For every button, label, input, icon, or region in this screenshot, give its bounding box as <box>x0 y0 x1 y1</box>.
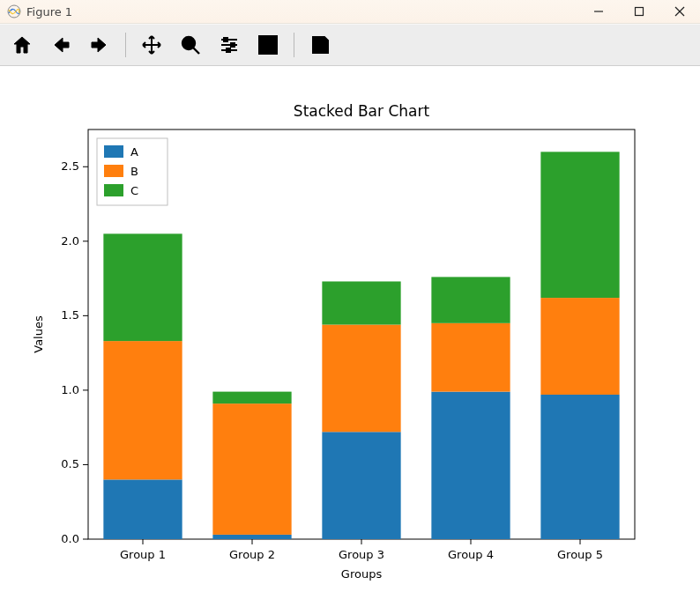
edit-button[interactable] <box>255 32 281 58</box>
save-button[interactable] <box>307 32 333 58</box>
bar-segment <box>212 392 291 404</box>
bar-segment <box>212 403 291 535</box>
move-icon <box>141 34 162 56</box>
configure-subplots-button[interactable] <box>216 32 242 58</box>
legend-swatch <box>104 145 123 158</box>
bar-segment <box>431 392 510 539</box>
home-button[interactable] <box>9 32 35 58</box>
bar-segment <box>103 233 182 341</box>
svg-rect-14 <box>316 37 323 42</box>
bar-segment <box>212 535 291 539</box>
home-icon <box>11 34 33 56</box>
save-icon <box>309 34 331 56</box>
bar-segment <box>431 277 510 322</box>
legend-label: B <box>130 165 138 178</box>
bar-segment <box>540 298 619 395</box>
bar-segment <box>322 281 400 324</box>
bar-segment <box>322 432 400 539</box>
legend-swatch <box>104 165 123 177</box>
svg-rect-11 <box>231 43 235 47</box>
bar-segment <box>540 152 619 298</box>
bar-segment <box>431 323 510 392</box>
y-tick-label: 2.0 <box>61 234 79 248</box>
x-tick-label: Group 1 <box>120 548 166 561</box>
window-title: Figure 1 <box>26 5 72 18</box>
zoom-button[interactable] <box>177 32 204 58</box>
chart-line-icon <box>257 34 279 56</box>
plot-area[interactable]: Stacked Bar Chart0.00.51.01.52.02.5Value… <box>0 63 700 592</box>
legend-swatch <box>104 184 123 196</box>
svg-rect-2 <box>636 8 644 16</box>
y-axis-label: Values <box>32 315 45 353</box>
svg-rect-15 <box>316 46 324 53</box>
x-tick-label: Group 3 <box>339 548 384 561</box>
arrow-right-icon <box>89 34 110 56</box>
maximize-button[interactable] <box>619 0 659 23</box>
y-tick-label: 0.0 <box>61 532 79 545</box>
y-tick-label: 1.5 <box>61 308 79 322</box>
y-tick-label: 2.5 <box>61 159 79 173</box>
svg-line-6 <box>193 48 199 54</box>
legend-label: A <box>130 145 138 159</box>
svg-rect-10 <box>224 38 227 41</box>
mpl-toolbar <box>0 24 700 66</box>
close-button[interactable] <box>659 0 700 23</box>
chart-canvas[interactable]: Stacked Bar Chart0.00.51.01.52.02.5Value… <box>0 63 700 592</box>
minimize-button[interactable] <box>578 0 619 23</box>
sliders-icon <box>219 34 240 56</box>
forward-button[interactable] <box>86 32 113 58</box>
toolbar-separator <box>125 33 126 57</box>
legend-label: C <box>130 184 138 197</box>
bar-segment <box>103 479 182 539</box>
toolbar-separator <box>294 33 294 57</box>
titlebar: Figure 1 <box>0 0 700 24</box>
x-tick-label: Group 5 <box>557 548 603 561</box>
pan-button[interactable] <box>138 32 165 58</box>
x-tick-label: Group 4 <box>448 548 494 561</box>
app-logo-icon <box>7 4 21 18</box>
svg-rect-12 <box>227 48 230 52</box>
zoom-icon <box>180 34 201 56</box>
y-tick-label: 0.5 <box>61 457 79 470</box>
back-button[interactable] <box>48 32 74 58</box>
x-axis-label: Groups <box>341 567 383 581</box>
x-tick-label: Group 2 <box>229 548 275 561</box>
bar-segment <box>322 325 400 433</box>
bar-segment <box>103 341 182 479</box>
y-tick-label: 1.0 <box>61 383 79 396</box>
chart-title: Stacked Bar Chart <box>294 102 430 120</box>
arrow-left-icon <box>50 34 71 56</box>
bar-segment <box>540 395 619 539</box>
svg-point-5 <box>182 37 195 49</box>
